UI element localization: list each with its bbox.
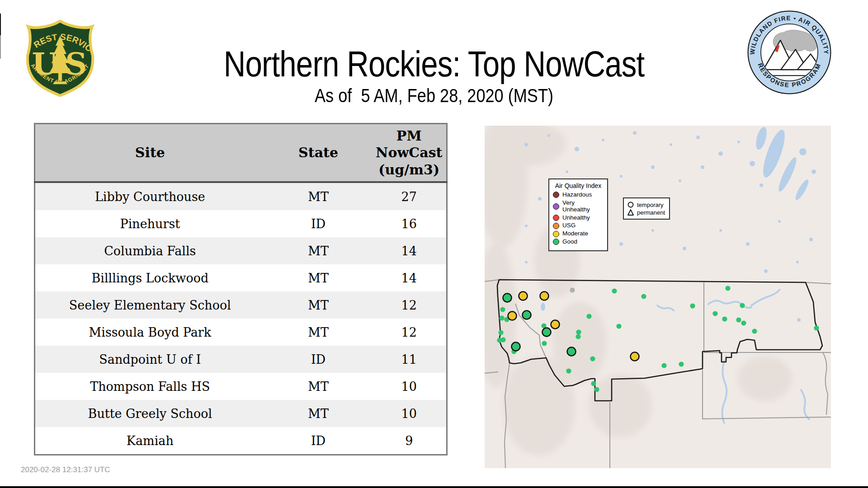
marker-type-label: temporary bbox=[637, 202, 664, 208]
permanent-monitor-dot[interactable] bbox=[661, 363, 666, 368]
aqi-color-dot-icon bbox=[553, 215, 559, 221]
permanent-monitor-dot[interactable] bbox=[500, 337, 505, 342]
cell-site: Libby Courthouse bbox=[35, 182, 265, 210]
aqi-legend-label: Moderate bbox=[562, 230, 588, 237]
aqi-legend-label: Unhealthy bbox=[562, 215, 590, 221]
page-subtitle: As of 5 AM, Feb 28, 2020 (MST) bbox=[61, 85, 807, 107]
cell-site: Columbia Falls bbox=[35, 237, 265, 264]
temporary-monitor-marker[interactable] bbox=[519, 292, 528, 300]
cell-state: MT bbox=[265, 182, 372, 210]
table-row: Columbia FallsMT14 bbox=[35, 237, 447, 264]
table-row: PinehurstID16 bbox=[35, 210, 447, 237]
cell-site: Missoula Boyd Park bbox=[35, 319, 265, 346]
cell-state: MT bbox=[265, 400, 372, 427]
cell-site: Sandpoint U of I bbox=[35, 346, 265, 373]
cell-site: Pinehurst bbox=[35, 210, 265, 237]
permanent-monitor-dot[interactable] bbox=[814, 325, 819, 330]
cell-value: 10 bbox=[372, 373, 447, 400]
table-row: Butte Greely SchoolMT10 bbox=[35, 400, 447, 427]
permanent-monitor-dot[interactable] bbox=[712, 311, 717, 316]
cell-site: Billlings Lockwood bbox=[35, 264, 265, 291]
aqi-legend-item: USG bbox=[553, 222, 604, 229]
permanent-monitor-dot[interactable] bbox=[690, 303, 695, 308]
temporary-monitor-marker[interactable] bbox=[503, 294, 512, 302]
temporary-monitor-marker[interactable] bbox=[540, 292, 549, 300]
cell-value: 14 bbox=[372, 264, 447, 291]
permanent-monitor-dot[interactable] bbox=[586, 314, 591, 319]
cell-state: ID bbox=[265, 210, 372, 237]
nowcast-table: Site State PM NowCast (ug/m3) Libby Cour… bbox=[34, 123, 448, 455]
cell-value: 11 bbox=[372, 346, 447, 373]
table-row: Sandpoint U of IID11 bbox=[35, 346, 447, 373]
cell-value: 9 bbox=[372, 427, 447, 455]
permanent-monitor-dot[interactable] bbox=[591, 381, 596, 386]
permanent-monitor-dot[interactable] bbox=[641, 294, 646, 299]
permanent-monitor-dot[interactable] bbox=[576, 329, 581, 334]
permanent-monitor-dot[interactable] bbox=[590, 356, 595, 361]
cell-value: 16 bbox=[372, 210, 447, 237]
page-title: Northern Rockies: Top NowCast bbox=[70, 43, 799, 85]
permanent-monitor-dot[interactable] bbox=[740, 303, 745, 308]
permanent-monitor-icon bbox=[627, 209, 634, 216]
cell-state: ID bbox=[265, 427, 372, 455]
permanent-monitor-dot[interactable] bbox=[570, 287, 575, 292]
aqi-legend: Air Quality Index HazardousVery Unhealth… bbox=[548, 178, 608, 251]
aqi-legend-label: Good bbox=[562, 239, 577, 245]
aqi-legend-item: Hazardous bbox=[553, 192, 604, 198]
aqi-color-dot-icon bbox=[553, 231, 559, 237]
cell-value: 12 bbox=[372, 319, 447, 346]
aqi-legend-title: Air Quality Index bbox=[553, 182, 604, 189]
cell-value: 14 bbox=[372, 237, 447, 264]
aqi-legend-label: Very Unhealthy bbox=[562, 200, 604, 213]
permanent-monitor-dot[interactable] bbox=[594, 387, 599, 392]
aqi-legend-label: USG bbox=[562, 222, 576, 229]
permanent-monitor-dot[interactable] bbox=[576, 334, 580, 339]
temporary-monitor-marker[interactable] bbox=[512, 343, 520, 351]
table-row: Libby CourthouseMT27 bbox=[35, 182, 447, 210]
slide-bottom-border bbox=[0, 486, 868, 488]
cell-state: MT bbox=[265, 264, 372, 291]
permanent-monitor-dot[interactable] bbox=[752, 328, 757, 333]
marker-type-item: permanent bbox=[627, 209, 666, 216]
aqi-legend-label: Hazardous bbox=[562, 192, 592, 198]
temporary-monitor-marker[interactable] bbox=[542, 328, 551, 337]
cell-site: Kamiah bbox=[35, 427, 265, 455]
permanent-monitor-dot[interactable] bbox=[725, 286, 730, 291]
temporary-monitor-marker[interactable] bbox=[523, 311, 531, 319]
column-header-pm: PM NowCast (ug/m3) bbox=[372, 124, 447, 183]
marker-type-legend: temporarypermanent bbox=[623, 197, 670, 220]
permanent-monitor-dot[interactable] bbox=[616, 324, 621, 328]
permanent-monitor-dot[interactable] bbox=[498, 330, 503, 335]
left-edge-mark bbox=[0, 35, 1, 59]
table-row: Missoula Boyd ParkMT12 bbox=[35, 319, 447, 346]
generated-timestamp: 2020-02-28 12:31:37 UTC bbox=[21, 465, 110, 474]
cell-state: MT bbox=[265, 319, 372, 346]
permanent-monitor-dot[interactable] bbox=[542, 341, 547, 346]
aqi-color-dot-icon bbox=[553, 192, 559, 198]
cell-site: Seeley Elementary School bbox=[35, 291, 265, 319]
permanent-monitor-dot[interactable] bbox=[566, 368, 571, 373]
cell-state: ID bbox=[265, 346, 372, 373]
marker-type-label: permanent bbox=[637, 209, 665, 216]
cell-state: MT bbox=[265, 237, 372, 264]
permanent-monitor-dot[interactable] bbox=[500, 307, 505, 312]
permanent-monitor-dot[interactable] bbox=[736, 317, 741, 322]
permanent-monitor-dot[interactable] bbox=[499, 315, 504, 320]
air-quality-map[interactable]: Air Quality Index HazardousVery Unhealth… bbox=[485, 126, 831, 468]
aqi-color-dot-icon bbox=[553, 223, 559, 229]
cell-site: Butte Greely School bbox=[35, 400, 265, 427]
permanent-monitor-dot[interactable] bbox=[722, 316, 727, 321]
cell-value: 27 bbox=[372, 182, 447, 210]
temporary-monitor-marker[interactable] bbox=[631, 352, 639, 361]
permanent-monitor-dot[interactable] bbox=[679, 361, 684, 366]
temporary-monitor-marker[interactable] bbox=[551, 320, 560, 329]
permanent-monitor-dot[interactable] bbox=[612, 288, 617, 293]
temporary-monitor-marker[interactable] bbox=[567, 347, 576, 356]
aqi-legend-item: Moderate bbox=[553, 230, 604, 237]
column-header-state: State bbox=[265, 124, 372, 183]
table-row: Billlings LockwoodMT14 bbox=[35, 264, 447, 291]
permanent-monitor-dot[interactable] bbox=[741, 320, 746, 325]
temporary-monitor-marker[interactable] bbox=[508, 312, 517, 320]
aqi-color-dot-icon bbox=[553, 203, 559, 210]
table-row: Seeley Elementary SchoolMT12 bbox=[35, 291, 447, 319]
